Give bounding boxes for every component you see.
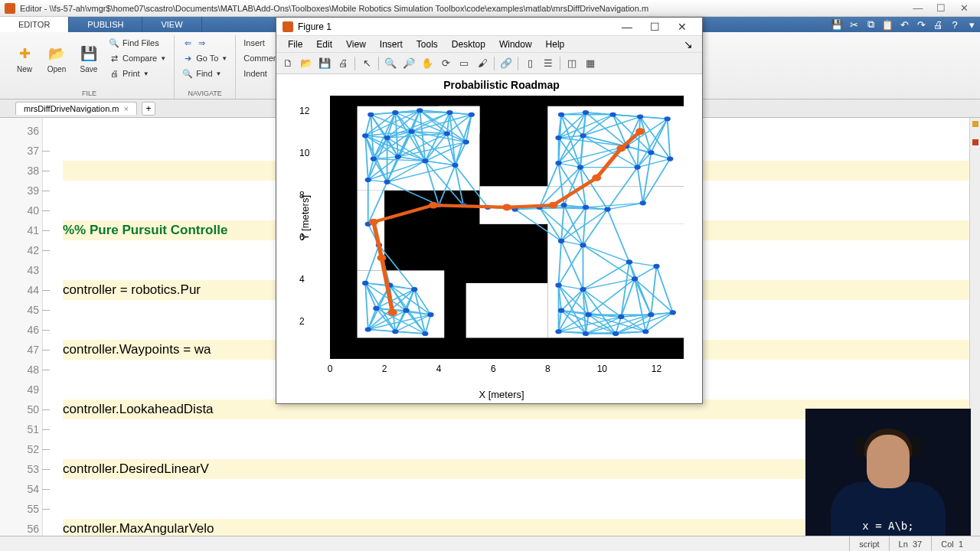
find-files-button[interactable]: 🔍Find Files bbox=[106, 35, 169, 51]
menu-edit[interactable]: Edit bbox=[309, 39, 339, 50]
colorbar-icon[interactable]: ▯ bbox=[521, 55, 538, 72]
svg-point-301 bbox=[583, 205, 589, 210]
undo-icon[interactable]: ↶ bbox=[896, 17, 913, 32]
svg-point-332 bbox=[555, 283, 561, 288]
svg-point-338 bbox=[648, 312, 654, 317]
save-quick-icon[interactable]: 💾 bbox=[828, 17, 845, 32]
maximize-button[interactable]: ☐ bbox=[929, 2, 952, 14]
line-gutter: 36373839 40414243 44454647 48495051 5253… bbox=[0, 118, 43, 536]
svg-point-280 bbox=[392, 110, 398, 115]
help-icon[interactable]: ? bbox=[946, 17, 963, 32]
svg-point-291 bbox=[422, 158, 428, 163]
file-tab-name: mrsDiffDriveNavigation.m bbox=[24, 104, 119, 113]
layout-icon[interactable]: ▦ bbox=[582, 55, 599, 72]
svg-point-306 bbox=[362, 281, 368, 285]
svg-point-313 bbox=[392, 329, 398, 334]
add-tab-button[interactable]: + bbox=[142, 102, 155, 116]
tab-editor[interactable]: EDITOR bbox=[0, 17, 69, 32]
svg-point-333 bbox=[580, 287, 586, 292]
svg-point-330 bbox=[626, 259, 632, 264]
window-title: Editor - \\fs-57-ah\vmgr$\home07\scastro… bbox=[20, 4, 906, 13]
menu-help[interactable]: Help bbox=[539, 39, 572, 50]
plot-title: Probabilistic Roadmap bbox=[319, 79, 684, 91]
paste-icon[interactable]: 📋 bbox=[879, 17, 896, 32]
figure-minimize-button[interactable]: — bbox=[613, 21, 641, 33]
svg-point-347 bbox=[429, 202, 438, 209]
svg-point-339 bbox=[670, 310, 676, 315]
figure-close-button[interactable]: ✕ bbox=[668, 21, 696, 33]
close-button[interactable]: ✕ bbox=[952, 2, 975, 14]
print-figure-icon[interactable]: 🖨 bbox=[335, 55, 351, 72]
menu-desktop[interactable]: Desktop bbox=[445, 39, 492, 50]
file-tab[interactable]: mrsDiffDriveNavigation.m × bbox=[15, 102, 137, 115]
svg-point-319 bbox=[665, 116, 671, 121]
link-icon[interactable]: 🔗 bbox=[498, 55, 514, 72]
cut-icon[interactable]: ✂ bbox=[845, 17, 862, 32]
figure-maximize-button[interactable]: ☐ bbox=[641, 21, 668, 33]
pointer-icon[interactable]: ↖ bbox=[358, 55, 375, 72]
print-quick-icon[interactable]: 🖨 bbox=[929, 17, 946, 32]
svg-point-317 bbox=[609, 112, 616, 117]
brush-icon[interactable]: 🖌 bbox=[474, 55, 491, 72]
figure-titlebar[interactable]: Figure 1 — ☐ ✕ bbox=[276, 18, 702, 36]
goto-button[interactable]: ➜Go To▼ bbox=[179, 51, 230, 66]
zoom-out-icon[interactable]: 🔎 bbox=[400, 55, 417, 72]
tab-publish[interactable]: PUBLISH bbox=[69, 17, 142, 32]
minimize-button[interactable]: — bbox=[906, 2, 929, 14]
svg-point-320 bbox=[555, 135, 561, 140]
open-button[interactable]: 📂Open bbox=[41, 42, 72, 75]
datatip-icon[interactable]: ▭ bbox=[456, 55, 472, 72]
code-minimap-strip[interactable] bbox=[969, 118, 980, 536]
pan-icon[interactable]: ✋ bbox=[419, 55, 436, 72]
print-button[interactable]: 🖨Print▼ bbox=[106, 66, 169, 81]
svg-point-346 bbox=[369, 219, 378, 226]
svg-point-348 bbox=[502, 204, 511, 210]
svg-point-349 bbox=[548, 202, 557, 209]
menu-insert[interactable]: Insert bbox=[373, 39, 410, 50]
svg-point-310 bbox=[403, 308, 409, 313]
open-figure-icon[interactable]: 📂 bbox=[298, 55, 315, 72]
svg-point-329 bbox=[580, 243, 586, 247]
copy-icon[interactable]: ⧉ bbox=[862, 17, 879, 32]
save-button[interactable]: 💾Save bbox=[74, 42, 104, 75]
svg-point-312 bbox=[365, 327, 371, 331]
svg-point-302 bbox=[604, 207, 610, 212]
svg-point-308 bbox=[411, 287, 417, 292]
svg-rect-7 bbox=[466, 283, 548, 338]
svg-point-316 bbox=[583, 110, 589, 115]
svg-point-343 bbox=[642, 329, 648, 334]
svg-point-342 bbox=[612, 331, 619, 336]
menu-tools[interactable]: Tools bbox=[410, 39, 445, 50]
save-figure-icon[interactable]: 💾 bbox=[316, 55, 333, 72]
compare-button[interactable]: ⇄Compare▼ bbox=[106, 51, 169, 66]
expand-icon[interactable]: ▾ bbox=[963, 17, 980, 32]
nav-back-button[interactable]: ⇐⇒ bbox=[179, 35, 230, 51]
svg-point-318 bbox=[637, 114, 643, 119]
svg-point-352 bbox=[635, 128, 645, 135]
legend-icon[interactable]: ☰ bbox=[540, 55, 557, 72]
zoom-in-icon[interactable]: 🔍 bbox=[382, 55, 399, 72]
figure-title: Figure 1 bbox=[298, 21, 613, 32]
svg-point-287 bbox=[444, 131, 450, 135]
tab-view[interactable]: VIEW bbox=[142, 17, 201, 32]
plot-axes bbox=[330, 96, 684, 359]
svg-point-341 bbox=[583, 331, 589, 336]
find-button[interactable]: 🔍Find▼ bbox=[179, 66, 230, 81]
figure-window: Figure 1 — ☐ ✕ File Edit View Insert Too… bbox=[276, 17, 703, 404]
svg-point-334 bbox=[632, 276, 638, 281]
menu-window[interactable]: Window bbox=[492, 39, 539, 50]
dock-icon[interactable]: ◫ bbox=[564, 55, 580, 72]
menu-file[interactable]: File bbox=[281, 39, 309, 50]
svg-point-282 bbox=[446, 110, 452, 115]
figure-plot-area[interactable]: Probabilistic Roadmap X [meters] Y [mete… bbox=[276, 74, 702, 403]
menu-view[interactable]: View bbox=[339, 39, 373, 50]
redo-icon[interactable]: ↷ bbox=[913, 17, 929, 32]
rotate-icon[interactable]: ⟳ bbox=[437, 55, 454, 72]
svg-point-290 bbox=[395, 155, 401, 159]
svg-point-325 bbox=[555, 161, 561, 165]
new-button[interactable]: ✚New bbox=[9, 42, 40, 75]
webcam-code-text: x = A\b; bbox=[862, 520, 913, 531]
new-figure-icon[interactable]: 🗋 bbox=[279, 55, 296, 72]
menu-expand-icon[interactable]: ↘ bbox=[679, 38, 697, 51]
file-tab-close-icon[interactable]: × bbox=[124, 104, 129, 113]
